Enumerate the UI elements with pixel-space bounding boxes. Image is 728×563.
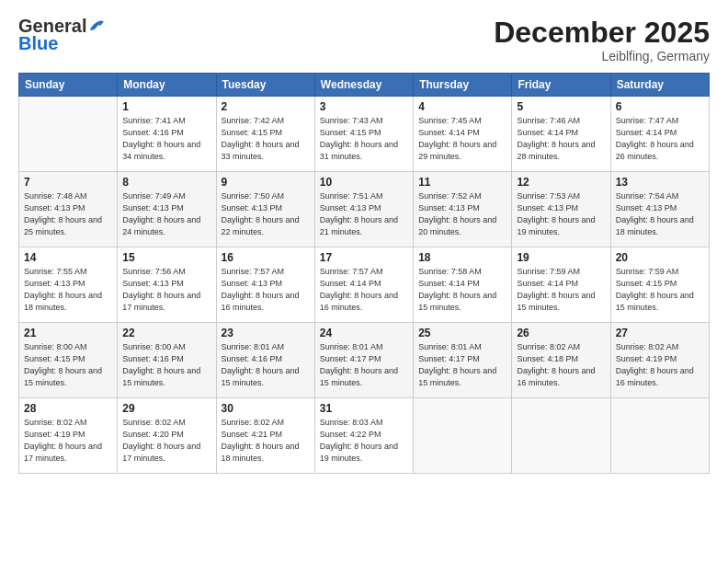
calendar-cell: 8Sunrise: 7:49 AMSunset: 4:13 PMDaylight… [118, 172, 216, 247]
title-area: December 2025 Leiblfing, Germany [494, 17, 710, 63]
day-number: 30 [222, 402, 310, 415]
calendar-cell: 7Sunrise: 7:48 AMSunset: 4:13 PMDaylight… [19, 172, 118, 247]
calendar-cell: 10Sunrise: 7:51 AMSunset: 4:13 PMDayligh… [314, 172, 413, 247]
calendar-cell: 14Sunrise: 7:55 AMSunset: 4:13 PMDayligh… [19, 247, 118, 323]
weekday-header-thursday: Thursday [414, 74, 512, 97]
month-title: December 2025 [494, 17, 710, 49]
day-number: 19 [517, 251, 605, 264]
calendar-cell: 31Sunrise: 8:03 AMSunset: 4:22 PMDayligh… [314, 398, 413, 474]
calendar-cell: 17Sunrise: 7:57 AMSunset: 4:14 PMDayligh… [314, 247, 413, 323]
calendar-cell: 22Sunrise: 8:00 AMSunset: 4:16 PMDayligh… [118, 323, 216, 398]
day-number: 20 [616, 251, 704, 264]
day-info: Sunrise: 7:42 AMSunset: 4:15 PMDaylight:… [222, 115, 310, 163]
day-info: Sunrise: 7:47 AMSunset: 4:14 PMDaylight:… [616, 115, 704, 163]
day-number: 8 [122, 176, 210, 189]
calendar-cell: 4Sunrise: 7:45 AMSunset: 4:14 PMDaylight… [414, 97, 512, 172]
day-info: Sunrise: 7:59 AMSunset: 4:15 PMDaylight:… [616, 266, 704, 314]
day-info: Sunrise: 8:02 AMSunset: 4:19 PMDaylight:… [24, 417, 112, 465]
day-number: 13 [616, 176, 704, 189]
calendar-cell: 20Sunrise: 7:59 AMSunset: 4:15 PMDayligh… [610, 247, 709, 323]
day-info: Sunrise: 7:59 AMSunset: 4:14 PMDaylight:… [517, 266, 605, 314]
calendar-cell [19, 97, 118, 172]
calendar-cell [610, 398, 709, 474]
calendar-cell: 19Sunrise: 7:59 AMSunset: 4:14 PMDayligh… [512, 247, 610, 323]
day-info: Sunrise: 8:02 AMSunset: 4:20 PMDaylight:… [122, 417, 210, 465]
calendar-cell: 1Sunrise: 7:41 AMSunset: 4:16 PMDaylight… [118, 97, 216, 172]
calendar-cell: 16Sunrise: 7:57 AMSunset: 4:13 PMDayligh… [216, 247, 314, 323]
day-number: 27 [616, 327, 704, 339]
weekday-header-wednesday: Wednesday [314, 74, 413, 97]
calendar-cell: 9Sunrise: 7:50 AMSunset: 4:13 PMDaylight… [216, 172, 314, 247]
day-number: 11 [418, 176, 506, 189]
day-info: Sunrise: 7:49 AMSunset: 4:13 PMDaylight:… [122, 190, 210, 238]
day-number: 1 [122, 100, 210, 113]
calendar-cell: 30Sunrise: 8:02 AMSunset: 4:21 PMDayligh… [216, 398, 314, 474]
day-number: 31 [320, 402, 408, 415]
calendar-week-row: 14Sunrise: 7:55 AMSunset: 4:13 PMDayligh… [19, 247, 710, 323]
day-number: 3 [320, 100, 408, 113]
day-info: Sunrise: 7:48 AMSunset: 4:13 PMDaylight:… [24, 190, 112, 238]
day-info: Sunrise: 8:00 AMSunset: 4:15 PMDaylight:… [24, 341, 112, 389]
weekday-header-tuesday: Tuesday [216, 74, 314, 97]
calendar-week-row: 1Sunrise: 7:41 AMSunset: 4:16 PMDaylight… [19, 97, 710, 172]
calendar-page: General Blue December 2025 Leiblfing, Ge… [0, 0, 728, 563]
day-number: 7 [24, 176, 112, 189]
day-number: 28 [24, 402, 112, 415]
day-number: 10 [320, 176, 408, 189]
weekday-header-sunday: Sunday [19, 74, 118, 97]
calendar-cell: 5Sunrise: 7:46 AMSunset: 4:14 PMDaylight… [512, 97, 610, 172]
day-number: 6 [616, 100, 704, 113]
weekday-header-monday: Monday [118, 74, 216, 97]
day-number: 21 [24, 327, 112, 339]
day-info: Sunrise: 7:52 AMSunset: 4:13 PMDaylight:… [418, 190, 506, 238]
day-info: Sunrise: 8:02 AMSunset: 4:18 PMDaylight:… [517, 341, 605, 389]
day-number: 12 [517, 176, 605, 189]
calendar-cell: 6Sunrise: 7:47 AMSunset: 4:14 PMDaylight… [610, 97, 709, 172]
calendar-cell: 28Sunrise: 8:02 AMSunset: 4:19 PMDayligh… [19, 398, 118, 474]
calendar-cell: 29Sunrise: 8:02 AMSunset: 4:20 PMDayligh… [118, 398, 216, 474]
logo: General Blue [18, 17, 105, 54]
calendar-table: SundayMondayTuesdayWednesdayThursdayFrid… [18, 73, 710, 474]
calendar-cell: 11Sunrise: 7:52 AMSunset: 4:13 PMDayligh… [414, 172, 512, 247]
calendar-week-row: 28Sunrise: 8:02 AMSunset: 4:19 PMDayligh… [19, 398, 710, 474]
day-number: 23 [222, 327, 310, 339]
day-info: Sunrise: 7:54 AMSunset: 4:13 PMDaylight:… [616, 190, 704, 238]
day-number: 14 [24, 251, 112, 264]
calendar-cell: 21Sunrise: 8:00 AMSunset: 4:15 PMDayligh… [19, 323, 118, 398]
calendar-cell: 24Sunrise: 8:01 AMSunset: 4:17 PMDayligh… [314, 323, 413, 398]
day-number: 24 [320, 327, 408, 339]
calendar-cell: 23Sunrise: 8:01 AMSunset: 4:16 PMDayligh… [216, 323, 314, 398]
day-number: 5 [517, 100, 605, 113]
calendar-cell: 15Sunrise: 7:56 AMSunset: 4:13 PMDayligh… [118, 247, 216, 323]
calendar-cell: 25Sunrise: 8:01 AMSunset: 4:17 PMDayligh… [414, 323, 512, 398]
calendar-week-row: 21Sunrise: 8:00 AMSunset: 4:15 PMDayligh… [19, 323, 710, 398]
day-info: Sunrise: 8:01 AMSunset: 4:17 PMDaylight:… [418, 341, 506, 389]
day-info: Sunrise: 7:58 AMSunset: 4:14 PMDaylight:… [418, 266, 506, 314]
day-number: 22 [122, 327, 210, 339]
calendar-week-row: 7Sunrise: 7:48 AMSunset: 4:13 PMDaylight… [19, 172, 710, 247]
day-number: 17 [320, 251, 408, 264]
calendar-cell: 18Sunrise: 7:58 AMSunset: 4:14 PMDayligh… [414, 247, 512, 323]
day-info: Sunrise: 7:57 AMSunset: 4:14 PMDaylight:… [320, 266, 408, 314]
calendar-cell [414, 398, 512, 474]
day-number: 26 [517, 327, 605, 339]
location: Leiblfing, Germany [494, 49, 710, 63]
day-info: Sunrise: 8:01 AMSunset: 4:16 PMDaylight:… [222, 341, 310, 389]
day-info: Sunrise: 7:56 AMSunset: 4:13 PMDaylight:… [122, 266, 210, 314]
day-info: Sunrise: 7:51 AMSunset: 4:13 PMDaylight:… [320, 190, 408, 238]
day-number: 15 [122, 251, 210, 264]
day-info: Sunrise: 7:53 AMSunset: 4:13 PMDaylight:… [517, 190, 605, 238]
day-number: 29 [122, 402, 210, 415]
day-number: 9 [222, 176, 310, 189]
day-info: Sunrise: 7:55 AMSunset: 4:13 PMDaylight:… [24, 266, 112, 314]
day-number: 4 [418, 100, 506, 113]
day-info: Sunrise: 7:41 AMSunset: 4:16 PMDaylight:… [122, 115, 210, 163]
weekday-header-saturday: Saturday [610, 74, 709, 97]
day-info: Sunrise: 7:45 AMSunset: 4:14 PMDaylight:… [418, 115, 506, 163]
weekday-header-friday: Friday [512, 74, 610, 97]
day-number: 16 [222, 251, 310, 264]
calendar-cell: 26Sunrise: 8:02 AMSunset: 4:18 PMDayligh… [512, 323, 610, 398]
day-number: 18 [418, 251, 506, 264]
day-info: Sunrise: 8:01 AMSunset: 4:17 PMDaylight:… [320, 341, 408, 389]
day-info: Sunrise: 8:02 AMSunset: 4:21 PMDaylight:… [222, 417, 310, 465]
